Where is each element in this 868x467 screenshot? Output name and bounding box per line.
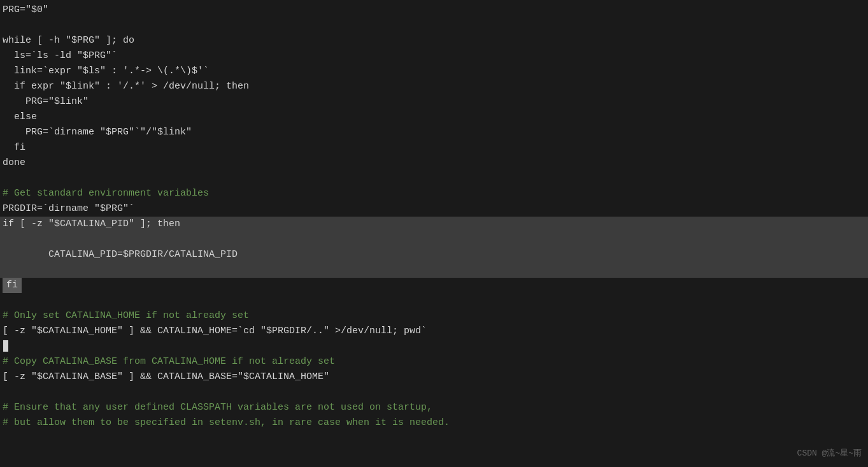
code-content: PRG="$0"while [ -h "$PRG" ]; do ls=`ls -… [0,3,868,431]
code-line: # Ensure that any user defined CLASSPATH… [0,400,868,415]
watermark: CSDN @流~星~雨 [797,447,862,461]
code-line: link=`expr "$ls" : '.*-> \(.*\)$'` [0,64,868,79]
code-line: # Only set CATALINA_HOME if not already … [0,308,868,324]
code-line [0,385,868,400]
code-line: else [0,110,868,125]
code-line: fi [0,278,868,293]
code-line: if expr "$link" : '/.*' > /dev/null; the… [0,79,868,94]
code-line: PRG=`dirname "$PRG"`"/"$link" [0,125,868,140]
code-line: PRGDIR=`dirname "$PRG"` [0,201,868,217]
code-line [0,339,868,354]
code-line: while [ -h "$PRG" ]; do [0,33,868,48]
code-line: fi [0,140,868,155]
code-line: PRG="$link" [0,94,868,110]
code-line: ls=`ls -ld "$PRG"` [0,48,868,64]
code-editor: PRG="$0"while [ -h "$PRG" ]; do ls=`ls -… [0,0,868,467]
code-line: # Copy CATALINA_BASE from CATALINA_HOME … [0,354,868,370]
code-line: # Get standard environment variables [0,186,868,201]
code-line [0,171,868,186]
code-line [0,293,868,308]
code-line [0,262,868,278]
code-line: CATALINA_PID=$PRGDIR/CATALINA_PID [0,247,868,262]
code-line: PRG="$0" [0,3,868,18]
code-line: if [ -z "$CATALINA_PID" ]; then [0,217,868,232]
code-line: [ -z "$CATALINA_HOME" ] && CATALINA_HOME… [0,324,868,339]
code-line [0,232,868,247]
code-line [0,18,868,33]
code-line: [ -z "$CATALINA_BASE" ] && CATALINA_BASE… [0,370,868,385]
code-line: # but allow them to be specified in sete… [0,415,868,431]
code-line: done [0,155,868,171]
